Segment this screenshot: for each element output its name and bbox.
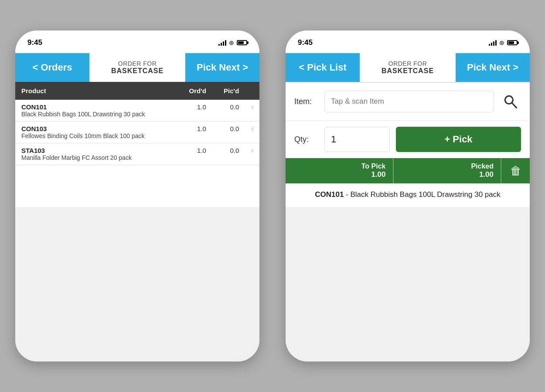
row-arrow-2: › bbox=[245, 122, 259, 143]
battery-icon-1 bbox=[237, 40, 247, 45]
qty-input[interactable] bbox=[324, 127, 390, 152]
product-name-2: Fellowes Binding Coils 10mm Black 100 pa… bbox=[21, 132, 171, 139]
product-code-2: CON103 bbox=[21, 125, 171, 132]
bottom-padding-1 bbox=[15, 207, 259, 362]
add-pick-button[interactable]: + Pick bbox=[396, 127, 521, 152]
scan-input[interactable] bbox=[324, 91, 494, 112]
col-ordered: Ord'd bbox=[177, 82, 212, 100]
order-for-label-1: ORDER FOR bbox=[118, 60, 157, 67]
company-name-2: BASKETCASE bbox=[382, 67, 434, 75]
pick-next-button-1[interactable]: Pick Next > bbox=[185, 53, 259, 82]
to-pick-section: To Pick 1.00 bbox=[286, 158, 394, 183]
product-description-line: CON101 - Black Rubbish Bags 100L Drawstr… bbox=[286, 183, 530, 206]
row-arrow-1: › bbox=[245, 100, 259, 122]
phone-2-content: < Pick List ORDER FOR BASKETCASE Pick Ne… bbox=[286, 53, 530, 207]
status-bar-2: 9:45 ⊛ bbox=[286, 30, 530, 53]
product-name-3: Manilla Folder Marbig FC Assort 20 pack bbox=[21, 154, 171, 161]
ordered-val-3: 1.0 bbox=[177, 143, 212, 165]
row-arrow-3: › bbox=[245, 143, 259, 165]
to-pick-value: 1.00 bbox=[293, 170, 386, 179]
search-icon bbox=[503, 94, 518, 109]
picked-val-3: 0.0 bbox=[212, 143, 245, 165]
picked-val-1: 0.0 bbox=[212, 100, 245, 122]
battery-icon-2 bbox=[507, 40, 518, 45]
col-product: Product bbox=[15, 82, 177, 100]
wifi-icon-1: ⊛ bbox=[229, 39, 234, 46]
col-arrow bbox=[245, 82, 259, 100]
phone-1-content: < Orders ORDER FOR BASKETCASE Pick Next … bbox=[15, 53, 259, 207]
pick-table: Product Ord'd Pic'd CON101 Black Rubbish… bbox=[15, 82, 259, 165]
signal-icon-1 bbox=[218, 40, 226, 46]
picked-value: 1.00 bbox=[401, 170, 494, 179]
bottom-padding-2 bbox=[286, 207, 530, 362]
pick-next-button-2[interactable]: Pick Next > bbox=[456, 53, 530, 82]
table-row[interactable]: CON101 Black Rubbish Bags 100L Drawstrin… bbox=[15, 100, 259, 122]
ordered-val-2: 1.0 bbox=[177, 122, 212, 143]
product-code-1: CON101 bbox=[21, 103, 171, 111]
status-bar-1: 9:45 ⊛ bbox=[15, 30, 259, 53]
signal-icon-2 bbox=[489, 40, 497, 46]
item-label: Item: bbox=[294, 97, 318, 106]
qty-row: Qty: + Pick bbox=[286, 121, 530, 158]
to-pick-label: To Pick bbox=[293, 162, 386, 170]
picked-section: Picked 1.00 bbox=[394, 158, 502, 183]
scan-field-row: Item: bbox=[286, 83, 530, 121]
product-name-1: Black Rubbish Bags 100L Drawstring 30 pa… bbox=[21, 111, 171, 118]
status-icons-1: ⊛ bbox=[218, 39, 247, 46]
qty-label: Qty: bbox=[294, 135, 318, 144]
desc-product-code: CON101 bbox=[315, 190, 344, 199]
picked-label: Picked bbox=[401, 162, 494, 170]
desc-product-name: Black Rubbish Bags 100L Drawstring 30 pa… bbox=[350, 190, 500, 199]
order-for-label-2: ORDER FOR bbox=[388, 60, 427, 67]
phone-2: 9:45 ⊛ < Pick List ORDER FOR BASKETCASE … bbox=[286, 30, 530, 362]
status-time-2: 9:45 bbox=[298, 38, 313, 47]
orders-button[interactable]: < Orders bbox=[15, 53, 89, 82]
header-center-1: ORDER FOR BASKETCASE bbox=[89, 53, 185, 82]
search-icon-btn[interactable] bbox=[500, 91, 521, 112]
trash-icon: 🗑 bbox=[510, 164, 521, 178]
svg-line-1 bbox=[512, 103, 517, 108]
status-time-1: 9:45 bbox=[27, 38, 42, 47]
wifi-icon-2: ⊛ bbox=[499, 39, 504, 46]
company-name-1: BASKETCASE bbox=[111, 67, 164, 75]
pick-list-button[interactable]: < Pick List bbox=[286, 53, 360, 82]
app-header-1: < Orders ORDER FOR BASKETCASE Pick Next … bbox=[15, 53, 259, 82]
header-center-2: ORDER FOR BASKETCASE bbox=[360, 53, 456, 82]
table-row[interactable]: STA103 Manilla Folder Marbig FC Assort 2… bbox=[15, 143, 259, 165]
col-picked: Pic'd bbox=[212, 82, 245, 100]
phone-1: 9:45 ⊛ < Orders ORDER FOR BASKETCASE Pic… bbox=[15, 30, 259, 362]
product-code-3: STA103 bbox=[21, 147, 171, 154]
pick-summary-bar: To Pick 1.00 Picked 1.00 🗑 bbox=[286, 158, 530, 183]
trash-button[interactable]: 🗑 bbox=[501, 158, 530, 183]
desc-separator: - bbox=[344, 190, 350, 199]
picked-val-2: 0.0 bbox=[212, 122, 245, 143]
table-row[interactable]: CON103 Fellowes Binding Coils 10mm Black… bbox=[15, 122, 259, 143]
app-header-2: < Pick List ORDER FOR BASKETCASE Pick Ne… bbox=[286, 53, 530, 82]
ordered-val-1: 1.0 bbox=[177, 100, 212, 122]
status-icons-2: ⊛ bbox=[489, 39, 518, 46]
